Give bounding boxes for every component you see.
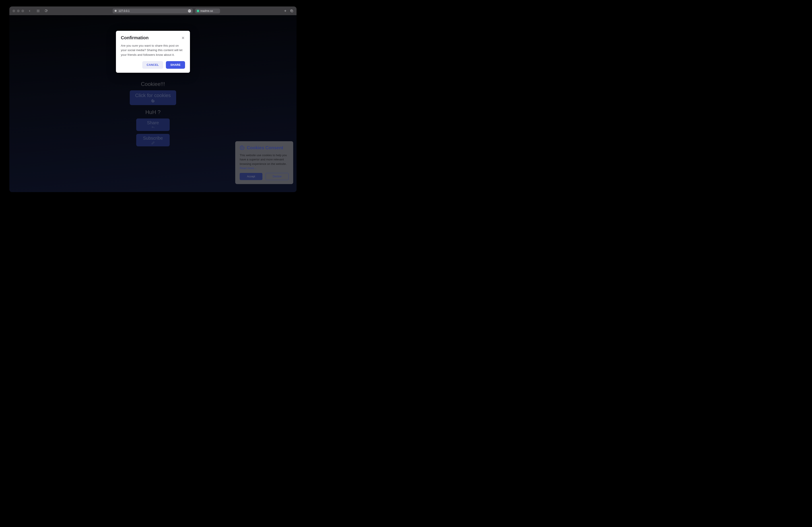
reload-button[interactable] [43,9,49,12]
tab-label: readme.so [200,9,213,13]
reload-icon [45,9,47,12]
ellipsis-icon [188,11,190,11]
tab-readme[interactable]: readme.so [195,9,220,13]
modal-title: Confirmation [121,35,148,40]
svg-point-10 [189,11,189,11]
url-more-button[interactable] [188,9,191,13]
confirmation-modal: Confirmation Are you sure you want to sh… [116,31,190,73]
window-close[interactable] [13,10,15,12]
browser-chrome: 127.0.0.1 readme.so [9,6,296,15]
tab-favicon [197,10,199,12]
window-minimize[interactable] [17,10,20,12]
modal-body: Are you sure you want to share this post… [121,43,185,57]
svg-rect-15 [291,10,293,12]
window-maximize[interactable] [21,10,24,12]
svg-point-12 [190,11,190,11]
modal-close-button[interactable] [181,36,185,40]
url-text: 127.0.0.1 [119,9,186,13]
plus-icon [284,9,287,13]
nav-back-button[interactable] [26,9,33,13]
svg-point-4 [38,11,38,11]
chevron-left-icon [28,9,31,13]
svg-point-7 [38,11,38,12]
svg-point-6 [37,11,38,12]
svg-point-11 [189,11,190,11]
viewport: Cookiee!!! Click for cookies HuH ? Share [9,15,296,192]
tab-overview-button[interactable] [290,9,293,13]
apps-grid-button[interactable] [35,9,41,13]
svg-point-8 [39,11,39,12]
url-bar[interactable]: 127.0.0.1 [113,9,193,13]
traffic-lights [13,10,24,12]
svg-point-2 [39,10,39,10]
svg-point-5 [39,11,39,11]
copy-icon [290,9,293,13]
close-icon [181,36,185,40]
site-settings-icon [114,10,117,12]
svg-point-0 [37,10,38,10]
modal-confirm-button[interactable]: SHARE [166,61,185,69]
svg-point-3 [37,11,38,11]
modal-cancel-button[interactable]: CANCEL [142,61,163,69]
new-tab-button[interactable] [284,9,287,13]
svg-point-1 [38,10,38,10]
grid-icon [37,9,40,13]
browser-window: 127.0.0.1 readme.so Cookiee!!! Click f [9,6,296,192]
page-content: Cookiee!!! Click for cookies HuH ? Share [9,15,296,192]
